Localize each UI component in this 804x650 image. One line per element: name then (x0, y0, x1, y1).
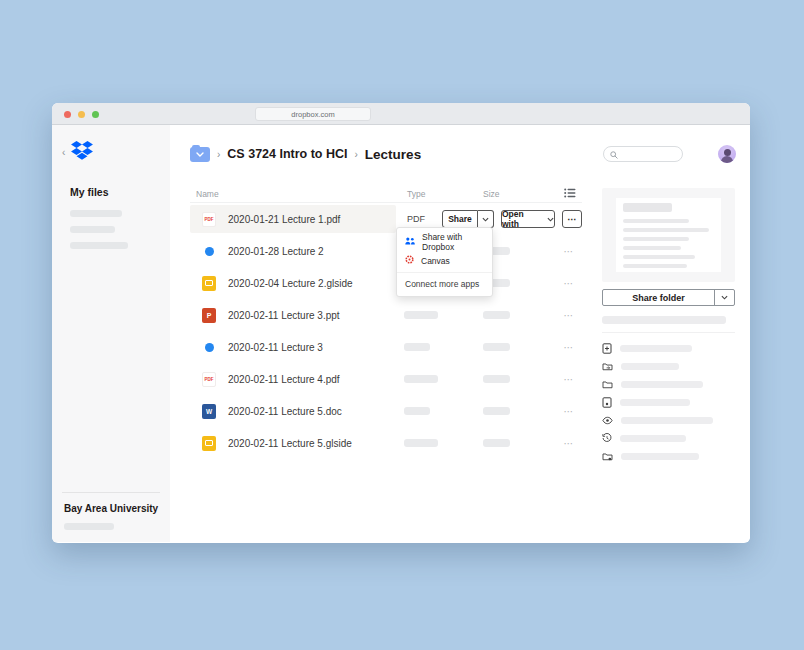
file-action-list (602, 339, 735, 465)
table-row[interactable]: 2020-02-11 Lecture 3 ⋯ (190, 331, 582, 363)
action-add-file[interactable] (602, 339, 735, 357)
table-row[interactable]: 2020-01-28 Lecture 2 ⋯ (190, 235, 582, 267)
type-placeholder (404, 407, 430, 415)
search-icon (610, 145, 618, 163)
file-name[interactable]: 2020-02-11 Lecture 5.glside (228, 438, 352, 449)
more-actions-button[interactable]: ⋯ (564, 374, 575, 385)
more-actions-button[interactable]: ⋯ (564, 406, 575, 417)
more-actions-button[interactable]: ⋯ (564, 246, 575, 257)
size-placeholder (483, 311, 510, 319)
folder-arrow-icon (602, 362, 613, 371)
column-header-name[interactable]: Name (196, 189, 219, 199)
action-folder[interactable] (602, 375, 735, 393)
folder-icon (602, 380, 613, 389)
dropbox-logo-icon[interactable] (71, 141, 93, 164)
sidebar-footer: Bay Area University (52, 492, 170, 530)
breadcrumb-separator: › (217, 149, 220, 160)
table-row[interactable]: PDF 2020-02-11 Lecture 4.pdf ⋯ (190, 363, 582, 395)
detail-panel: Share folder (602, 188, 735, 465)
table-row[interactable]: W 2020-02-11 Lecture 5.doc ⋯ (190, 395, 582, 427)
file-name[interactable]: 2020-02-11 Lecture 5.doc (228, 406, 342, 417)
file-plus-icon (602, 343, 612, 354)
table-row[interactable]: PDF 2020-01-21 Lecture 1.pdf PDF Share (190, 203, 582, 235)
user-avatar[interactable] (718, 145, 736, 163)
zoom-window-icon[interactable] (92, 111, 99, 118)
file-name[interactable]: 2020-01-21 Lecture 1.pdf (228, 214, 340, 225)
sidebar-item-placeholder[interactable] (70, 226, 115, 233)
column-header-size[interactable]: Size (483, 189, 500, 199)
slides-file-icon (202, 276, 216, 291)
menu-item-canvas[interactable]: Canvas (397, 251, 492, 270)
minimize-window-icon[interactable] (78, 111, 85, 118)
address-bar[interactable]: dropbox.com (255, 107, 371, 121)
share-folder-split-button: Share folder (602, 289, 735, 306)
table-row[interactable]: P 2020-02-11 Lecture 3.ppt ⋯ (190, 299, 582, 331)
more-actions-button[interactable]: ⋯ (562, 210, 582, 228)
share-button[interactable]: Share (442, 210, 478, 228)
panel-placeholder-bar (602, 316, 726, 324)
paper-doc-icon (202, 244, 216, 259)
type-placeholder (404, 375, 438, 383)
breadcrumb-folder-icon[interactable] (190, 147, 210, 162)
collapse-sidebar-icon[interactable]: ‹ (62, 148, 65, 158)
share-dropdown-menu: Share with Dropbox Canvas (396, 227, 493, 297)
browser-chrome: dropbox.com (52, 103, 750, 125)
search-input[interactable] (603, 146, 683, 162)
size-placeholder (483, 407, 510, 415)
browser-window: dropbox.com ‹ My files Bay Area (52, 103, 750, 543)
action-preview[interactable] (602, 411, 735, 429)
more-actions-button[interactable]: ⋯ (564, 438, 575, 449)
action-move-folder[interactable] (602, 357, 735, 375)
table-header: Name Type Size (190, 185, 582, 203)
open-with-button[interactable]: Open with (501, 210, 555, 228)
sidebar-item-placeholder[interactable] (70, 242, 128, 249)
canvas-logo-icon (405, 255, 414, 266)
sidebar-item-my-files[interactable]: My files (70, 186, 170, 198)
type-placeholder (404, 439, 438, 447)
column-header-type[interactable]: Type (407, 189, 425, 199)
file-name[interactable]: 2020-02-11 Lecture 3.ppt (228, 310, 340, 321)
menu-item-share-with-dropbox[interactable]: Share with Dropbox (397, 232, 492, 251)
size-placeholder (483, 343, 510, 351)
ppt-file-icon: P (202, 308, 216, 323)
file-name[interactable]: 2020-01-28 Lecture 2 (228, 246, 324, 257)
org-name-label: Bay Area University (64, 503, 170, 514)
action-file[interactable] (602, 393, 735, 411)
action-version-history[interactable] (602, 429, 735, 447)
size-placeholder (483, 439, 510, 447)
preview-page (616, 198, 721, 272)
more-actions-button[interactable]: ⋯ (564, 278, 575, 289)
table-row[interactable]: 2020-02-04 Lecture 2.glside ⋯ (190, 267, 582, 299)
traffic-lights (64, 111, 99, 118)
row-actions: Share Open with ⋯ (442, 210, 582, 228)
panel-divider (602, 332, 735, 333)
sidebar-footer-placeholder (64, 523, 114, 530)
action-delete-folder[interactable] (602, 447, 735, 465)
menu-item-connect-more-apps[interactable]: Connect more apps (397, 272, 492, 292)
sidebar-placeholder-items (70, 210, 170, 249)
sidebar-item-placeholder[interactable] (70, 210, 122, 217)
type-placeholder (404, 311, 438, 319)
main-header: › CS 3724 Intro to HCI › Lectures (190, 145, 736, 163)
history-clock-icon (602, 433, 612, 443)
breadcrumb-separator: › (355, 149, 358, 160)
file-preview[interactable] (602, 188, 735, 282)
more-actions-button[interactable]: ⋯ (564, 342, 575, 353)
file-name[interactable]: 2020-02-04 Lecture 2.glside (228, 278, 353, 289)
pdf-file-icon: PDF (202, 372, 216, 387)
table-row[interactable]: 2020-02-11 Lecture 5.glside ⋯ (190, 427, 582, 459)
file-name[interactable]: 2020-02-11 Lecture 3 (228, 342, 323, 353)
pdf-file-icon: PDF (202, 212, 216, 227)
more-actions-button[interactable]: ⋯ (564, 310, 575, 321)
folder-remove-icon (602, 452, 613, 461)
share-dropdown-button[interactable] (478, 210, 494, 228)
file-list: Name Type Size PDF (190, 185, 582, 465)
breadcrumb-folder-link[interactable]: CS 3724 Intro to HCI (227, 147, 347, 161)
list-view-toggle-icon[interactable] (564, 188, 576, 200)
main-content: › CS 3724 Intro to HCI › Lectures Name (170, 125, 750, 542)
file-name[interactable]: 2020-02-11 Lecture 4.pdf (228, 374, 340, 385)
close-window-icon[interactable] (64, 111, 71, 118)
file-icon (602, 397, 612, 408)
share-folder-button[interactable]: Share folder (603, 290, 714, 305)
share-folder-dropdown-button[interactable] (714, 290, 734, 305)
